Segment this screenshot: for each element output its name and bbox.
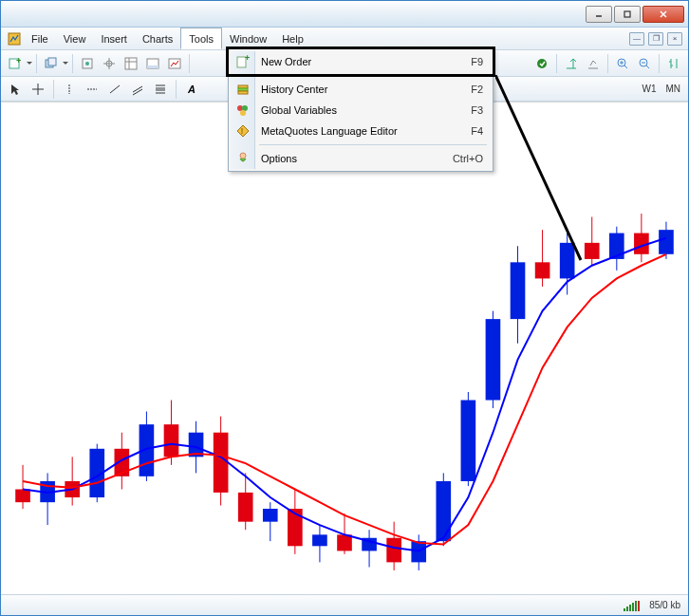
cursor-tool[interactable] [5,79,26,100]
new-chart-dropdown[interactable] [27,62,32,65]
svg-rect-74 [214,433,229,493]
svg-point-55 [240,153,246,159]
svg-rect-18 [147,65,158,68]
svg-rect-98 [511,262,526,319]
menu-item-shortcut: Ctrl+O [453,153,483,164]
zoom-out-button[interactable] [634,53,655,74]
svg-line-39 [110,85,120,93]
svg-line-40 [133,86,142,92]
menu-file[interactable]: File [24,28,56,49]
close-window-button[interactable] [642,6,684,23]
shift-chart-button[interactable] [561,53,582,74]
svg-rect-102 [560,243,575,279]
maximize-window-button[interactable] [614,6,641,23]
minimize-window-button[interactable] [586,6,612,23]
svg-rect-84 [337,534,352,551]
menu-item-label: Options [261,153,297,164]
editor-icon: ! [234,122,251,140]
menu-item-label: New Order [261,56,311,67]
svg-line-29 [646,65,649,68]
svg-rect-58 [15,490,30,503]
new-order-icon: + [234,53,251,70]
menu-item-shortcut: F3 [471,104,483,116]
app-icon [5,28,24,49]
connection-signal-icon [624,600,640,611]
menu-charts[interactable]: Charts [135,28,180,49]
menu-new-order[interactable]: + New Order F9 [231,51,491,72]
menu-mql-editor[interactable]: ! MetaQuotes Language Editor F4 [231,121,491,141]
new-chart-button[interactable]: + [5,53,26,74]
menu-global-variables[interactable]: Global Variables F3 [231,100,491,121]
svg-text:+: + [16,56,21,65]
menu-options[interactable]: Options Ctrl+O [231,148,491,169]
menu-item-label: Global Variables [261,104,337,116]
vertical-line-tool[interactable] [59,79,80,100]
svg-rect-14 [125,58,137,69]
mdi-minimize-button[interactable]: — [629,32,644,46]
menu-item-shortcut: F9 [471,56,483,67]
svg-rect-88 [386,538,401,563]
svg-rect-94 [461,401,476,481]
horizontal-line-tool[interactable] [82,79,102,100]
svg-rect-50 [238,91,248,94]
menu-view[interactable]: View [56,28,94,49]
menu-item-shortcut: F4 [471,125,483,137]
profiles-button[interactable] [41,53,62,74]
menu-help[interactable]: Help [274,28,311,49]
svg-line-41 [133,89,142,95]
navigator-toggle[interactable] [99,53,120,74]
globals-icon [234,102,251,119]
strategy-tester-toggle[interactable] [164,53,185,74]
svg-point-10 [85,62,89,65]
history-icon [234,81,251,98]
timeframe-w1[interactable]: W1 [638,84,660,94]
menu-item-label: MetaQuotes Language Editor [261,125,398,137]
chart-area[interactable] [1,102,688,594]
svg-point-20 [537,59,547,68]
menu-tools[interactable]: Tools [180,28,222,49]
price-chart [1,103,688,594]
mdi-close-button[interactable]: × [667,32,682,46]
trendline-tool[interactable] [104,79,125,100]
svg-text:+: + [245,54,250,63]
menu-insert[interactable]: Insert [93,28,135,49]
svg-rect-100 [535,262,550,278]
equidistant-channel-tool[interactable] [127,79,148,100]
profiles-dropdown[interactable] [63,62,68,65]
svg-text:!: ! [241,126,244,136]
menu-history-center[interactable]: History Center F2 [231,79,491,100]
svg-rect-1 [624,11,630,17]
zoom-in-button[interactable] [612,53,633,74]
app-window: File View Insert Charts Tools Window Hel… [0,0,689,616]
text-tool[interactable]: A [181,79,202,100]
svg-rect-76 [238,493,253,522]
svg-rect-78 [263,509,278,522]
mdi-restore-button[interactable]: ❐ [648,32,663,46]
menu-item-label: History Center [261,84,327,95]
titlebar [1,1,688,28]
menu-item-shortcut: F2 [471,84,483,95]
timeframe-mn[interactable]: MN [661,84,684,94]
svg-rect-110 [659,230,674,254]
svg-rect-92 [436,481,451,541]
menu-window[interactable]: Window [222,28,274,49]
statusbar: 85/0 kb [1,594,688,615]
chart-type-bar-button[interactable] [663,53,684,74]
market-watch-toggle[interactable] [77,53,98,74]
svg-rect-8 [48,58,56,65]
terminal-toggle[interactable] [142,53,163,74]
autotrade-button[interactable] [531,53,552,74]
mdi-controls: — ❐ × [629,28,688,49]
crosshair-tool[interactable] [28,79,48,100]
svg-rect-70 [164,424,179,457]
svg-rect-96 [486,319,501,400]
svg-line-25 [624,65,627,68]
options-icon [234,150,251,167]
svg-rect-82 [312,534,327,546]
status-traffic: 85/0 kb [649,600,680,610]
autoscroll-button[interactable] [583,53,604,74]
menubar: File View Insert Charts Tools Window Hel… [1,28,688,50]
svg-point-53 [240,110,246,116]
data-window-toggle[interactable] [121,53,141,74]
fibonacci-tool[interactable] [150,79,171,100]
